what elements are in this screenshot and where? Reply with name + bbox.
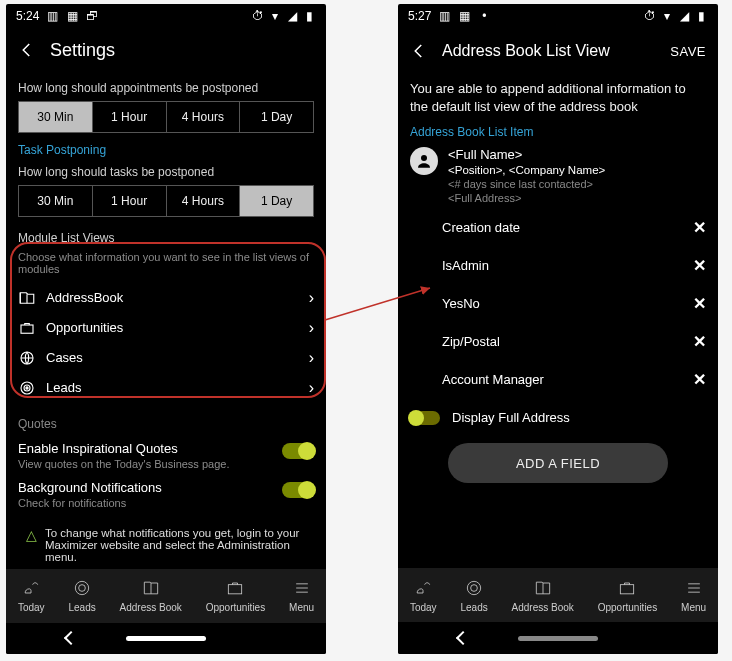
status-time: 5:27 [408,9,431,23]
segment-option[interactable]: 1 Day [240,102,313,132]
avatar-icon [410,147,438,175]
appt-segmented: 30 Min1 Hour4 Hours1 Day [18,101,314,133]
module-list-item[interactable]: Cases› [18,343,314,373]
status-notif-icon: ▥ [45,9,59,23]
warning-icon: △ [26,527,37,563]
warning-text: To change what notifications you get, lo… [45,527,310,563]
app-bar: Settings [6,28,326,73]
module-label: Cases [46,350,299,365]
module-list-item[interactable]: Leads› [18,373,314,403]
segment-option[interactable]: 30 Min [19,102,93,132]
tab-icon [72,578,92,600]
segment-option[interactable]: 4 Hours [167,102,241,132]
tab-label: Leads [460,602,487,613]
page-title: Settings [50,40,115,61]
module-list-item[interactable]: AddressBook› [18,283,314,313]
tab-label: Opportunities [206,602,265,613]
bottom-tab-bar: TodayLeadsAddress BookOpportunitiesMenu [6,569,326,622]
signal-icon: ◢ [285,9,299,23]
page-title: Address Book List View [442,42,610,60]
tab-label: Address Book [120,602,182,613]
toggle-inspirational-quotes[interactable]: Enable Inspirational Quotes View quotes … [18,441,314,470]
status-notif-icon: ▦ [65,9,79,23]
svg-point-10 [471,584,478,591]
tab-label: Address Book [512,602,574,613]
nav-home-pill[interactable] [518,636,598,641]
tab-today[interactable]: Today [18,578,45,613]
tab-menu[interactable]: Menu [289,578,314,613]
appended-field-row[interactable]: Account Manager✕ [410,360,706,398]
save-button[interactable]: SAVE [670,44,706,59]
field-label: Creation date [442,220,520,235]
module-heading: Module List Views [18,231,314,245]
profile-position: <Position>, <Company Name> [448,164,605,176]
switch-icon[interactable] [410,411,440,425]
remove-field-icon[interactable]: ✕ [693,218,706,237]
remove-field-icon[interactable]: ✕ [693,294,706,313]
task-postponing-link[interactable]: Task Postponing [18,143,314,157]
segment-option[interactable]: 1 Day [240,186,313,216]
nav-back-icon[interactable] [456,631,470,645]
svg-point-6 [79,585,86,592]
toggle-desc: Check for notifications [18,497,314,509]
module-list-item[interactable]: Opportunities› [18,313,314,343]
tab-menu[interactable]: Menu [681,578,706,613]
tab-icon [141,578,161,600]
android-nav-bar [6,623,326,655]
chevron-right-icon: › [309,349,314,367]
add-field-button[interactable]: ADD A FIELD [448,443,668,483]
tab-address-book[interactable]: Address Book [120,578,182,613]
tab-label: Menu [289,602,314,613]
status-notif-icon: ▥ [437,9,451,23]
chevron-right-icon: › [309,289,314,307]
tab-icon [413,578,433,600]
appended-field-row[interactable]: Creation date✕ [410,208,706,246]
toggle-label: Display Full Address [452,410,570,425]
module-label: AddressBook [46,290,299,305]
segment-option[interactable]: 1 Hour [93,186,167,216]
segment-option[interactable]: 4 Hours [167,186,241,216]
status-bar: 5:24 ▥ ▦ 🗗 ⏱ ▾ ◢ ▮ [6,4,326,28]
remove-field-icon[interactable]: ✕ [693,332,706,351]
toggle-display-full-address[interactable]: Display Full Address [410,410,706,425]
module-label: Opportunities [46,320,299,335]
back-icon[interactable] [410,42,428,60]
tab-opportunities[interactable]: Opportunities [598,578,657,613]
android-nav-bar [398,622,718,654]
nav-home-pill[interactable] [126,636,206,641]
remove-field-icon[interactable]: ✕ [693,256,706,275]
module-icon [18,289,36,307]
tab-leads[interactable]: Leads [460,578,487,613]
module-icon [18,349,36,367]
tab-today[interactable]: Today [410,578,437,613]
module-icon [18,379,36,397]
svg-point-8 [421,155,427,161]
remove-field-icon[interactable]: ✕ [693,370,706,389]
svg-rect-7 [229,585,242,594]
segment-option[interactable]: 1 Hour [93,102,167,132]
appended-field-row[interactable]: YesNo✕ [410,284,706,322]
tab-label: Opportunities [598,602,657,613]
appended-field-row[interactable]: IsAdmin✕ [410,246,706,284]
list-item-link[interactable]: Address Book List Item [410,125,706,139]
svg-rect-11 [621,584,634,593]
phone-listview: 5:27 ▥ ▦ • ⏱ ▾ ◢ ▮ Address Book List Vie… [398,4,718,654]
alarm-icon: ⏱ [643,9,657,23]
toggle-label: Enable Inspirational Quotes [18,441,314,456]
switch-icon[interactable] [282,482,314,498]
quotes-heading: Quotes [18,417,314,431]
tab-icon [225,578,245,600]
chevron-right-icon: › [309,379,314,397]
tab-opportunities[interactable]: Opportunities [206,578,265,613]
field-label: Account Manager [442,372,544,387]
appended-field-row[interactable]: Zip/Postal✕ [410,322,706,360]
tab-leads[interactable]: Leads [68,578,95,613]
field-label: YesNo [442,296,480,311]
bottom-tab-bar: TodayLeadsAddress BookOpportunitiesMenu [398,568,718,622]
back-icon[interactable] [18,41,36,59]
nav-back-icon[interactable] [64,631,78,645]
switch-icon[interactable] [282,443,314,459]
segment-option[interactable]: 30 Min [19,186,93,216]
tab-address-book[interactable]: Address Book [512,578,574,613]
toggle-background-notifications[interactable]: Background Notifications Check for notif… [18,480,314,509]
